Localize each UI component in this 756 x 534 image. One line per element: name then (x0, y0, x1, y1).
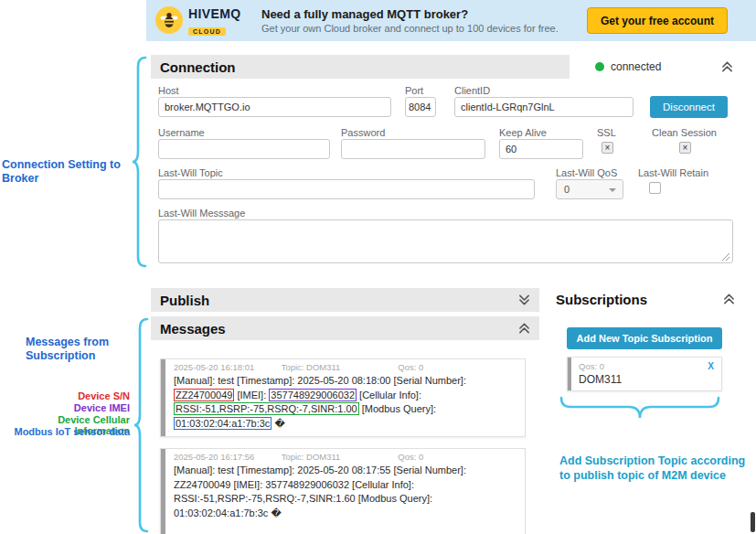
annotation-messages-label: Messages from Subscription (26, 336, 117, 363)
brand-block: HIVEMQ CLOUD (188, 6, 241, 37)
messages-title: Messages (160, 321, 226, 336)
chevron-down-icon (609, 188, 616, 192)
brand-sub-badge: CLOUD (188, 27, 226, 36)
lastwill-qos-select[interactable]: 0 (556, 179, 623, 199)
disconnect-button[interactable]: Disconnect (650, 96, 728, 118)
subscription-accent-bar (568, 358, 571, 390)
subscription-topic: DOM311 (579, 373, 714, 386)
status-indicator-dot (595, 62, 604, 71)
lastwill-message-label: Last-Will Messsage (158, 208, 245, 219)
username-input[interactable] (158, 139, 330, 159)
keepalive-label: Keep Alive (499, 127, 547, 138)
message-qos: Qos: 0 (398, 452, 423, 462)
subscriptions-title: Subscriptions (556, 292, 647, 307)
port-label: Port (405, 85, 423, 96)
serial-number-highlight: ZZ24700049 (174, 389, 234, 401)
publish-title: Publish (160, 293, 209, 308)
message-body: [Manual]: test [Timestamp]: 2025-05-20 0… (174, 374, 508, 431)
page: HIVEMQ CLOUD Need a fully managed MQTT b… (0, 0, 756, 534)
lastwill-qos-label: Last-Will QoS (556, 167, 617, 178)
annotation-connection-label: Connection Setting to Broker (2, 158, 128, 186)
connection-section: Connection connected Host Port ClientID … (151, 55, 740, 270)
cellular-info-highlight: RSSI:-51,RSRP:-75,RSRQ:-7,SINR:1.00 (174, 402, 359, 415)
lastwill-qos-value: 0 (564, 184, 570, 195)
lastwill-topic-label: Last-Will Topic (158, 167, 223, 178)
hivemq-logo (155, 6, 183, 34)
message-timestamp: 2025-05-20 16:18:01 (174, 362, 279, 372)
lastwill-retain-checkbox[interactable] (649, 182, 661, 194)
username-label: Username (158, 127, 205, 138)
clientid-label: ClientID (454, 85, 490, 96)
subscription-qos: Qos: 0 (579, 361, 714, 371)
bee-icon (160, 11, 178, 29)
subscription-item: Qos: 0 DOM311 X (567, 357, 722, 391)
password-label: Password (341, 127, 385, 138)
password-input[interactable] (341, 139, 485, 159)
message-timestamp: 2025-05-20 16:17:56 (174, 452, 279, 462)
message-meta: 2025-05-20 16:18:01 Topic: DOM311 Qos: 0 (174, 362, 508, 372)
annotation-modbus-data: Modbus IoT sensor data (0, 426, 130, 437)
connection-title: Connection (160, 59, 236, 75)
message-topic: Topic: DOM311 (282, 362, 396, 372)
message-text: [Manual]: test [Timestamp]: 2025-05-20 0… (174, 375, 466, 386)
connection-status-area: connected (570, 55, 740, 79)
modbus-query-highlight: 01:03:02:04:a1:7b:3c (174, 417, 272, 430)
message-text: � (272, 418, 284, 429)
clean-session-checkbox[interactable]: × (679, 142, 691, 154)
port-input[interactable] (405, 97, 436, 117)
imei-highlight: 357748929006032 (269, 389, 357, 401)
banner-headline: Need a fully managed MQTT broker? (261, 7, 468, 21)
annotation-device-imei: Device IMEI (0, 402, 130, 413)
messages-section-header: Messages (151, 316, 539, 340)
chevron-double-down-icon[interactable] (518, 294, 530, 305)
message-text: [IMEI]: (234, 390, 269, 400)
keepalive-input[interactable] (499, 139, 583, 159)
connection-titlebar: Connection (151, 55, 570, 79)
chevron-double-up-icon[interactable] (518, 323, 530, 334)
message-text: [Cellular Info]: (357, 390, 421, 400)
annotation-device-sn: Device S/N (0, 390, 130, 401)
message-text: [Modbus Query]: (359, 403, 436, 414)
message-meta: 2025-05-20 16:17:56 Topic: DOM311 Qos: 0 (174, 452, 508, 462)
message-card: 2025-05-20 16:18:01 Topic: DOM311 Qos: 0… (160, 358, 526, 437)
annotation-subscription-note: Add Subscription Topic according to publ… (559, 454, 747, 483)
chevron-double-up-icon[interactable] (723, 294, 735, 304)
page-scrollbar-thumb[interactable] (751, 512, 755, 532)
banner-subline: Get your own Cloud broker and connect up… (261, 23, 559, 34)
subscription-remove-button[interactable]: X (708, 361, 714, 371)
lastwill-message-textarea[interactable] (158, 219, 733, 263)
publish-section: Publish (151, 288, 539, 312)
messages-annotation-brace (132, 317, 150, 533)
host-label: Host (158, 85, 179, 96)
clientid-input[interactable] (454, 97, 634, 117)
add-new-topic-subscription-button[interactable]: Add New Topic Subscription (567, 327, 722, 349)
connection-header: Connection connected (151, 55, 740, 79)
message-card: 2025-05-20 16:17:56 Topic: DOM311 Qos: 0… (160, 448, 526, 534)
ssl-checkbox[interactable]: × (602, 142, 613, 154)
subscription-annotation-brace (559, 394, 720, 423)
lastwill-topic-input[interactable] (158, 179, 535, 199)
subscriptions-section-header: Subscriptions (556, 286, 740, 312)
get-free-account-button[interactable]: Get your free account (587, 7, 728, 34)
message-body: [Manual]: test [Timestamp]: 2025-05-20 0… (174, 464, 508, 520)
clean-session-label: Clean Session (652, 127, 717, 138)
connection-status: connected (611, 60, 661, 73)
chevron-double-up-icon[interactable] (721, 61, 733, 72)
lastwill-retain-label: Last-Will Retain (638, 167, 708, 178)
host-input[interactable] (158, 97, 391, 117)
ssl-label: SSL (597, 127, 616, 138)
message-qos: Qos: 0 (398, 362, 423, 372)
message-accent-bar (161, 359, 165, 436)
hivemq-banner: HIVEMQ CLOUD Need a fully managed MQTT b… (146, 0, 756, 41)
connection-annotation-brace (130, 56, 148, 268)
message-topic: Topic: DOM311 (282, 452, 396, 462)
message-accent-bar (161, 449, 165, 534)
brand-name: HIVEMQ (188, 6, 241, 21)
